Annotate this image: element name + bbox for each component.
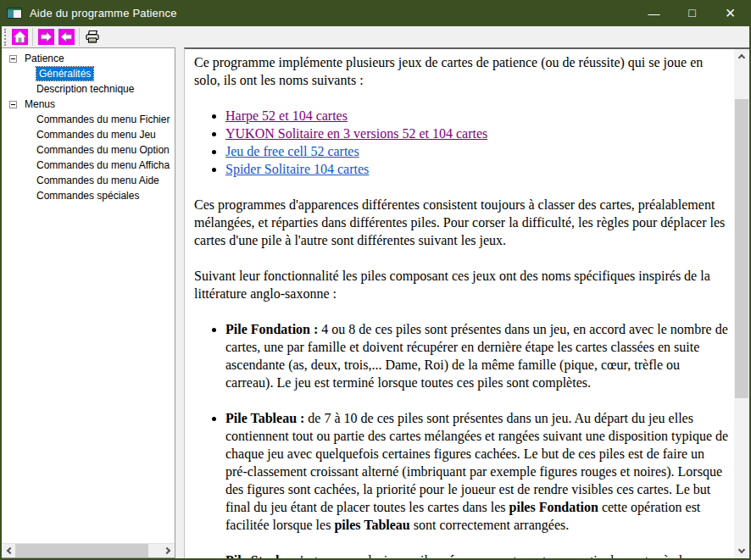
maximize-icon: □	[688, 6, 695, 19]
arrow-right-icon	[38, 29, 54, 45]
toolbar-grip[interactable]	[4, 29, 6, 46]
tree-item-commandes-speciales[interactable]: Commandes spéciales	[2, 188, 175, 203]
tree-item-menus[interactable]: Menus	[2, 97, 175, 112]
tree-item-menu-aide[interactable]: Commandes du menu Aide	[2, 173, 175, 188]
tree-item-label: Commandes du menu Aide	[36, 175, 159, 186]
home-button[interactable]	[9, 27, 30, 47]
tree-item-label: Commandes du menu Fichier	[36, 114, 170, 125]
tree-horizontal-scrollbar[interactable]	[2, 543, 175, 557]
chevron-right-icon	[163, 547, 170, 554]
content-vertical-scrollbar[interactable]	[734, 49, 749, 558]
help-window: Aide du programme Patience — □ ×	[0, 0, 751, 560]
toolbar-separator	[79, 28, 80, 46]
horizontal-scrollbar-thumb[interactable]	[15, 544, 148, 557]
intro-paragraph: Ce programme implémente plusieurs jeux d…	[194, 53, 729, 89]
titlebar: Aide du programme Patience — □ ×	[2, 0, 749, 26]
close-icon: ×	[726, 3, 736, 23]
tree-item-menu-fichier[interactable]: Commandes du menu Fichier	[2, 112, 175, 127]
back-button[interactable]	[56, 27, 76, 47]
pile-tableau-item: Pile Tableau : de 7 à 10 de ces piles so…	[225, 409, 729, 534]
scroll-right-button[interactable]	[161, 544, 175, 557]
app-window-icon	[7, 8, 22, 19]
tree-item-patience[interactable]: Patience	[2, 51, 175, 66]
content-panel: Ce programme implémente plusieurs jeux d…	[184, 47, 749, 558]
paragraph: Suivant leur fonctionnalité les piles co…	[194, 267, 729, 302]
arrow-left-icon	[58, 29, 75, 45]
help-content: Ce programme implémente plusieurs jeux d…	[185, 49, 734, 558]
pile-fondation-item: Pile Fondation : 4 ou 8 de ces piles son…	[225, 320, 729, 391]
toc-tree-panel: Patience Généralités Description techniq…	[2, 47, 175, 558]
tree-item-label: Commandes du menu Afficha	[36, 159, 170, 171]
chevron-down-icon	[738, 546, 745, 553]
panel-splitter[interactable]	[175, 47, 184, 558]
toc-tree: Patience Généralités Description techniq…	[2, 48, 175, 543]
scroll-down-button[interactable]	[734, 544, 749, 558]
pile-stock-item: Pile Stock : c'est une ou plusieurs pile…	[225, 552, 729, 558]
tree-item-description-technique[interactable]: Description technique	[2, 81, 175, 97]
tree-item-label: Commandes du menu Option	[36, 144, 170, 156]
tree-item-label: Menus	[25, 98, 55, 110]
link-harpe[interactable]: Harpe 52 et 104 cartes	[225, 108, 348, 123]
print-button[interactable]	[82, 27, 103, 47]
tree-item-label: Description technique	[36, 83, 134, 95]
tree-item-generalites[interactable]: Généralités	[2, 66, 175, 81]
tree-item-label: Commandes du menu Jeu	[36, 129, 156, 141]
tree-item-label: Commandes spéciales	[36, 190, 139, 202]
list-item: YUKON Solitaire en 3 versions 52 et 104 …	[225, 125, 729, 142]
tree-item-menu-affichage[interactable]: Commandes du menu Afficha	[2, 158, 175, 173]
collapse-icon[interactable]	[9, 101, 17, 108]
home-icon	[12, 29, 28, 45]
printer-icon	[84, 29, 101, 45]
link-yukon[interactable]: YUKON Solitaire en 3 versions 52 et 104 …	[225, 126, 487, 141]
collapse-icon[interactable]	[9, 55, 17, 63]
link-spider[interactable]: Spider Solitaire 104 cartes	[225, 162, 369, 176]
tree-item-menu-option[interactable]: Commandes du menu Option	[2, 142, 175, 158]
list-item: Harpe 52 et 104 cartes	[225, 107, 729, 125]
tree-item-label: Patience	[25, 53, 64, 64]
main-area: Patience Généralités Description techniq…	[2, 47, 749, 558]
minimize-button[interactable]: —	[635, 0, 673, 26]
list-item: Spider Solitaire 104 cartes	[225, 160, 729, 178]
forward-button[interactable]	[36, 27, 56, 47]
vertical-scrollbar-thumb[interactable]	[735, 99, 748, 398]
tree-item-label-selected: Généralités	[36, 67, 93, 80]
toolbar	[2, 26, 749, 47]
link-freecell[interactable]: Jeu de free cell 52 cartes	[225, 144, 359, 158]
tree-item-menu-jeu[interactable]: Commandes du menu Jeu	[2, 127, 175, 142]
maximize-button[interactable]: □	[673, 0, 711, 26]
close-button[interactable]: ×	[711, 0, 749, 26]
chevron-left-icon	[6, 547, 13, 554]
paragraph: Ces programmes d'apparences différentes …	[194, 196, 729, 249]
scroll-left-button[interactable]	[2, 544, 15, 557]
chevron-up-icon	[738, 54, 745, 61]
pile-definitions-list: Pile Fondation : 4 ou 8 de ces piles son…	[194, 320, 729, 558]
toolbar-separator	[32, 28, 33, 46]
list-item: Jeu de free cell 52 cartes	[225, 142, 729, 160]
scroll-up-button[interactable]	[734, 49, 749, 64]
game-links-list: Harpe 52 et 104 cartes YUKON Solitaire e…	[194, 107, 729, 178]
window-title: Aide du programme Patience	[30, 7, 635, 19]
minimize-icon: —	[648, 7, 660, 20]
